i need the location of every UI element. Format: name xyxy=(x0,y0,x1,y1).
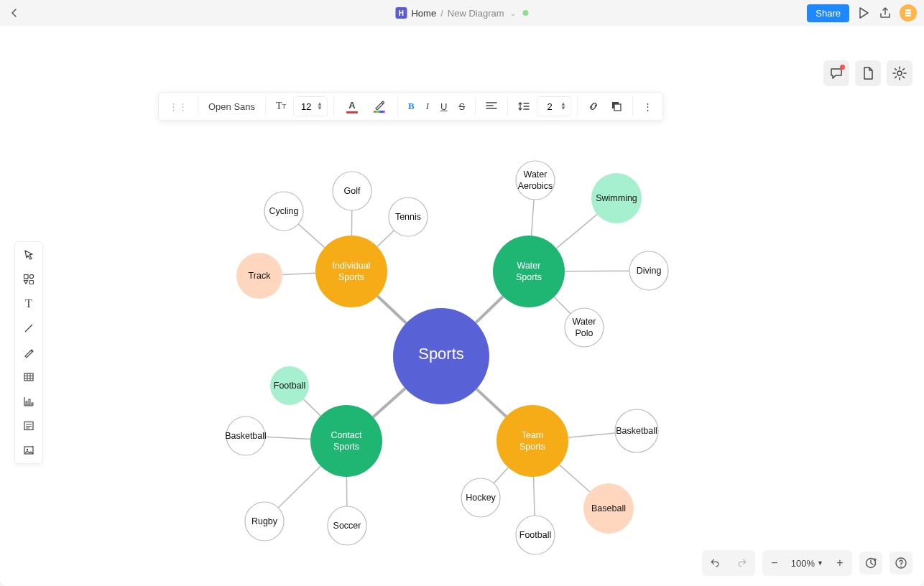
svg-text:Individual: Individual xyxy=(333,261,371,271)
svg-text:Soccer: Soccer xyxy=(333,521,361,531)
zoom-out-button[interactable]: − xyxy=(764,552,785,575)
svg-line-28 xyxy=(298,224,325,248)
app-logo[interactable]: H xyxy=(395,7,407,19)
svg-text:Golf: Golf xyxy=(344,186,361,196)
zoom-level[interactable]: 100%▼ xyxy=(785,558,829,569)
svg-text:Team: Team xyxy=(522,430,544,440)
diagram-node[interactable]: Soccer xyxy=(328,506,366,545)
diagram-node[interactable]: Track xyxy=(236,253,282,299)
svg-line-24 xyxy=(377,296,406,323)
svg-text:Water: Water xyxy=(517,261,541,271)
diagram-node[interactable]: Football xyxy=(516,516,555,554)
svg-line-38 xyxy=(278,466,320,508)
svg-text:Tennis: Tennis xyxy=(395,212,421,222)
svg-line-31 xyxy=(282,273,315,274)
breadcrumb-separator: / xyxy=(440,8,443,19)
play-icon[interactable] xyxy=(856,6,871,20)
history-button[interactable] xyxy=(859,552,882,575)
svg-line-42 xyxy=(534,477,535,516)
sync-status-icon xyxy=(523,10,529,16)
chevron-down-icon[interactable]: ⌄ xyxy=(510,9,516,17)
mindmap-diagram[interactable]: CyclingGolfTennisTrackWaterAerobicsSwimm… xyxy=(0,26,924,586)
svg-line-30 xyxy=(377,231,394,247)
svg-line-40 xyxy=(568,433,615,437)
svg-text:Swimming: Swimming xyxy=(596,193,637,203)
svg-point-59 xyxy=(565,308,604,347)
canvas[interactable]: ⋮⋮ Open Sans TT ▲▼ A B I U S xyxy=(0,26,924,586)
redo-button[interactable] xyxy=(731,552,754,575)
diagram-node[interactable]: WaterAerobics xyxy=(516,161,555,200)
diagram-node[interactable]: Diving xyxy=(629,251,668,290)
svg-text:Baseball: Baseball xyxy=(591,503,626,513)
topbar: H Home / New Diagram ⌄ Share xyxy=(0,0,924,26)
svg-line-37 xyxy=(265,437,310,439)
svg-text:Track: Track xyxy=(249,271,272,281)
svg-rect-1 xyxy=(905,12,911,14)
svg-point-84 xyxy=(310,405,382,477)
svg-text:Basketball: Basketball xyxy=(225,431,267,441)
svg-line-33 xyxy=(556,214,597,248)
breadcrumb-home[interactable]: Home xyxy=(411,8,436,19)
diagram-node[interactable]: Football xyxy=(270,366,309,405)
svg-line-25 xyxy=(476,297,503,323)
diagram-node[interactable]: Baseball xyxy=(583,483,634,534)
diagram-node[interactable]: Sports xyxy=(393,308,489,404)
svg-text:Diving: Diving xyxy=(637,266,662,276)
svg-point-78 xyxy=(315,236,387,307)
svg-point-94 xyxy=(900,566,902,567)
back-button[interactable] xyxy=(7,6,22,20)
svg-text:Rugby: Rugby xyxy=(251,516,278,526)
svg-text:Water: Water xyxy=(573,317,596,327)
diagram-node[interactable]: Rugby xyxy=(245,502,284,541)
svg-line-36 xyxy=(303,399,320,416)
diagram-node[interactable]: ContactSports xyxy=(310,405,382,477)
svg-line-27 xyxy=(476,389,506,417)
svg-line-41 xyxy=(559,465,589,492)
svg-rect-0 xyxy=(905,9,911,11)
diagram-node[interactable]: Basketball xyxy=(615,409,658,452)
diagram-node[interactable]: Basketball xyxy=(225,417,267,455)
svg-point-87 xyxy=(496,405,568,477)
svg-text:Sports: Sports xyxy=(333,442,359,452)
svg-text:Sports: Sports xyxy=(418,345,464,363)
svg-text:Polo: Polo xyxy=(575,328,593,338)
undo-button[interactable] xyxy=(703,552,726,575)
svg-line-32 xyxy=(532,200,535,236)
svg-text:Football: Football xyxy=(274,381,305,391)
diagram-node[interactable]: Tennis xyxy=(389,197,428,236)
svg-point-81 xyxy=(493,236,565,307)
diagram-node[interactable]: Golf xyxy=(333,172,371,210)
svg-text:Hockey: Hockey xyxy=(466,493,496,503)
help-button[interactable] xyxy=(890,552,913,575)
svg-text:Aerobics: Aerobics xyxy=(518,181,553,191)
svg-text:Sports: Sports xyxy=(338,272,364,282)
svg-rect-2 xyxy=(905,15,911,17)
svg-text:Sports: Sports xyxy=(519,442,545,452)
svg-point-52 xyxy=(516,161,555,200)
breadcrumb-current[interactable]: New Diagram xyxy=(448,8,504,19)
svg-line-26 xyxy=(373,389,405,417)
svg-text:Basketball: Basketball xyxy=(616,426,657,436)
export-icon[interactable] xyxy=(878,6,892,20)
zoom-in-button[interactable]: + xyxy=(829,552,851,575)
breadcrumb: H Home / New Diagram ⌄ xyxy=(395,7,528,19)
diagram-node[interactable]: IndividualSports xyxy=(315,236,387,307)
svg-line-34 xyxy=(565,271,629,271)
diagram-node[interactable]: WaterPolo xyxy=(565,308,604,347)
svg-line-43 xyxy=(494,468,508,483)
svg-text:Cycling: Cycling xyxy=(269,206,299,216)
diagram-node[interactable]: Hockey xyxy=(461,478,500,517)
svg-text:Contact: Contact xyxy=(331,430,362,440)
diagram-node[interactable]: Swimming xyxy=(591,173,642,223)
diagram-node[interactable]: TeamSports xyxy=(496,405,568,477)
diagram-node[interactable]: WaterSports xyxy=(493,236,565,307)
svg-text:Water: Water xyxy=(524,169,548,180)
svg-text:Football: Football xyxy=(519,530,551,540)
avatar[interactable] xyxy=(900,4,917,22)
view-controls: − 100%▼ + xyxy=(702,550,913,576)
diagram-node[interactable]: Cycling xyxy=(264,192,303,231)
svg-text:Sports: Sports xyxy=(516,272,542,282)
share-button[interactable]: Share xyxy=(807,4,849,22)
svg-line-35 xyxy=(554,297,570,314)
